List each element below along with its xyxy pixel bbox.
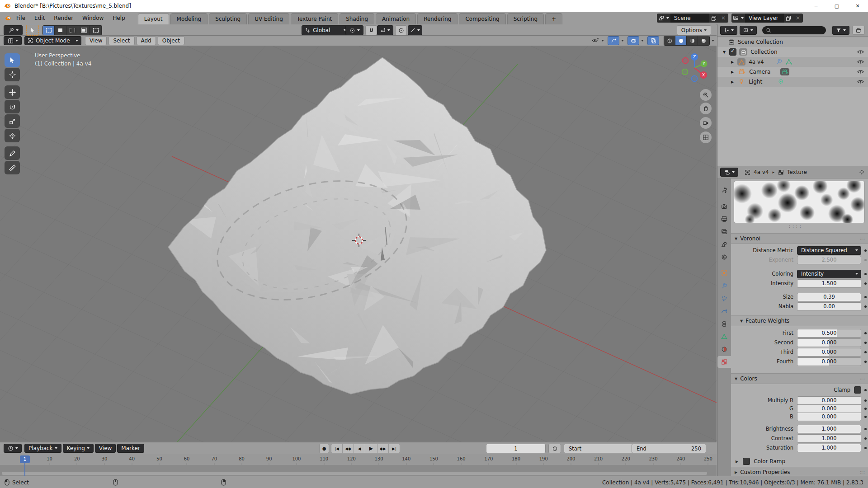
multiply-r-field[interactable]: 0.000 (797, 396, 861, 405)
coloring-dropdown[interactable]: Intensity (797, 270, 861, 278)
end-frame-field[interactable]: End250 (632, 444, 706, 453)
proportional-falloff-dropdown[interactable] (408, 25, 422, 35)
brightness-field[interactable]: 1.000 (797, 425, 861, 433)
options-button[interactable]: Options (677, 25, 711, 35)
menu-item[interactable]: Help (108, 15, 129, 21)
animate-dot[interactable] (864, 428, 867, 430)
color-ramp-checkbox[interactable] (743, 458, 750, 465)
select-mode-invert-button[interactable] (78, 26, 90, 35)
chevron-down-icon[interactable] (712, 40, 714, 42)
proportional-editing-toggle[interactable] (395, 25, 407, 35)
chevron-down-icon[interactable] (641, 40, 644, 42)
panel-drag-dots[interactable]: :::: (860, 470, 865, 474)
shading-material-button[interactable] (687, 36, 698, 45)
tab-tool[interactable] (717, 184, 731, 196)
jump-to-end-button[interactable]: ▶| (389, 444, 400, 453)
workspace-tab[interactable]: Texture Paint (291, 13, 338, 24)
view-layer-icon[interactable] (731, 14, 745, 23)
maximize-button[interactable]: ▢ (826, 0, 847, 12)
playhead[interactable]: 1 (20, 455, 30, 463)
workspace-tab[interactable]: Compositing (459, 13, 505, 24)
disclosure-triangle-icon[interactable]: ▶ (736, 460, 738, 464)
viewport-menu-item[interactable]: Add (137, 36, 156, 45)
workspace-tab[interactable]: Scripting (507, 13, 544, 24)
timeline-menu-item[interactable]: Playback (24, 444, 61, 453)
outliner-row-light[interactable]: ▶ Light (717, 77, 868, 87)
multiply-b-field[interactable]: 0.000 (797, 413, 861, 421)
tool-scale[interactable] (5, 114, 20, 128)
current-frame-field[interactable]: 1 (486, 444, 546, 453)
mesh-data-icon[interactable] (786, 59, 792, 65)
disclosure-triangle-icon[interactable]: ▶ (731, 70, 734, 74)
start-frame-field[interactable]: Start1 (564, 444, 640, 453)
eye-icon[interactable] (857, 79, 864, 84)
next-keyframe-button[interactable]: ◆▶ (377, 444, 389, 453)
viewport-3d[interactable]: User Perspective (1) Collection | 4a v4 … (0, 46, 717, 442)
tab-object[interactable] (717, 267, 731, 279)
tool-measure[interactable] (5, 161, 20, 174)
tool-select-box[interactable] (5, 53, 20, 67)
tool-annotate[interactable] (5, 146, 20, 160)
tab-texture[interactable] (717, 356, 731, 368)
view-layer-remove-button[interactable]: ✕ (793, 14, 803, 23)
feature-weight-slider[interactable]: 0.000 (797, 338, 861, 347)
animate-dot[interactable] (864, 437, 867, 440)
select-mode-intersect-button[interactable] (90, 26, 102, 35)
tab-constraints[interactable] (717, 318, 731, 330)
tab-view-layer[interactable] (717, 226, 731, 238)
disclosure-triangle-icon[interactable]: ▼ (723, 50, 726, 54)
record-button[interactable]: ● (319, 444, 329, 453)
shading-wireframe-button[interactable] (664, 36, 675, 45)
outliner-filter-dropdown[interactable] (832, 26, 849, 35)
viewport-menu-item[interactable]: Select (108, 36, 134, 45)
saturation-field[interactable]: 1.000 (797, 444, 861, 452)
panel-drag-dots[interactable]: :::: (860, 237, 865, 241)
tab-material[interactable] (717, 343, 731, 355)
view-layer-copy-button[interactable] (784, 14, 793, 23)
animate-dot[interactable] (864, 296, 867, 298)
workspace-tab[interactable]: Layout (138, 13, 169, 24)
chevron-down-icon[interactable] (621, 40, 624, 42)
new-collection-button[interactable] (852, 26, 865, 35)
panel-colors-header[interactable]: ▼ Colors :::: (731, 373, 868, 384)
animate-dot[interactable] (864, 305, 867, 308)
intensity-field[interactable]: 1.500 (797, 279, 861, 288)
panel-drag-handle[interactable]: : : : : (789, 224, 802, 229)
close-button[interactable]: ✕ (847, 0, 868, 12)
animate-dot[interactable] (864, 351, 867, 353)
menu-item[interactable]: Edit (30, 15, 49, 21)
pivot-point-dropdown[interactable] (345, 25, 363, 35)
snap-target-dropdown[interactable] (377, 25, 393, 35)
exponent-field[interactable]: 2.500 (797, 256, 861, 264)
tab-render[interactable] (717, 201, 731, 212)
panel-drag-dots[interactable]: :::: (860, 377, 865, 381)
chevron-down-icon[interactable] (601, 40, 604, 42)
timeline-editor-dropdown[interactable] (4, 444, 22, 453)
eye-icon[interactable] (857, 49, 864, 55)
animate-dot[interactable] (864, 249, 867, 252)
animate-dot[interactable] (864, 408, 867, 410)
size-field[interactable]: 0.39 (797, 293, 861, 301)
pan-button[interactable] (700, 103, 712, 114)
select-mode-set-button[interactable] (43, 26, 55, 35)
outliner-display-mode-dropdown[interactable] (740, 26, 757, 35)
tab-modifiers[interactable] (717, 280, 731, 292)
outliner-row-scene-collection[interactable]: Scene Collection (717, 37, 868, 47)
animate-dot[interactable] (864, 361, 867, 363)
menu-item[interactable]: Render (49, 15, 78, 21)
clamp-checkbox[interactable] (854, 386, 861, 394)
animate-dot[interactable] (864, 399, 867, 402)
breadcrumb-object[interactable]: 4a v4 (754, 169, 769, 175)
tool-move[interactable] (5, 85, 20, 99)
eye-icon[interactable] (857, 59, 864, 65)
modifier-wrench-icon[interactable] (776, 59, 782, 65)
zoom-button[interactable] (700, 89, 712, 101)
properties-editor-dropdown[interactable] (720, 168, 738, 177)
outliner-search-input[interactable] (762, 26, 826, 34)
minimize-button[interactable]: ─ (806, 0, 826, 12)
animate-dot[interactable] (864, 416, 867, 418)
contrast-field[interactable]: 1.000 (797, 434, 861, 443)
outliner-row-camera[interactable]: ▶ Camera (717, 67, 868, 77)
timeline-menu-item[interactable]: Marker (117, 444, 144, 453)
workspace-tab[interactable]: Modeling (170, 13, 208, 24)
